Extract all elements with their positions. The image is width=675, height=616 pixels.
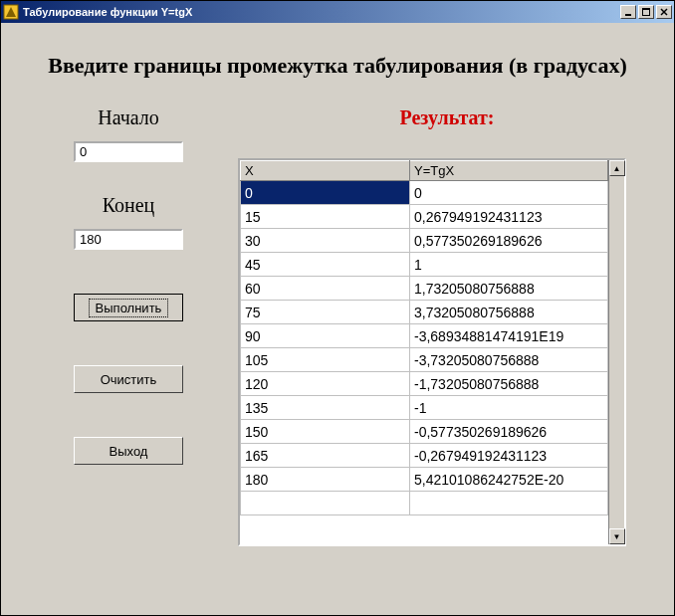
table-row[interactable]: 120-1,73205080756888: [241, 372, 608, 396]
cell-x[interactable]: 30: [241, 229, 410, 253]
table-row[interactable]: 451: [241, 253, 608, 277]
cell-y[interactable]: -3,68934881474191E19: [410, 324, 608, 348]
clear-button[interactable]: Очистить: [74, 365, 183, 393]
table-row[interactable]: 135-1: [241, 396, 608, 420]
cell-y[interactable]: 3,73205080756888: [410, 301, 608, 324]
execute-button[interactable]: Выполнить: [74, 294, 183, 321]
col-header-x[interactable]: X: [241, 161, 410, 181]
col-header-y[interactable]: Y=TgX: [410, 161, 608, 181]
cell-x[interactable]: 165: [241, 444, 410, 468]
table-row[interactable]: 150-0,577350269189626: [241, 420, 608, 444]
end-label: Конец: [19, 194, 238, 217]
cell-x[interactable]: 120: [241, 372, 410, 396]
cell-x[interactable]: 90: [241, 324, 410, 348]
cell-y[interactable]: -1,73205080756888: [410, 372, 608, 396]
cell-x[interactable]: 135: [241, 396, 410, 420]
titlebar: Табулирование функции Y=tgX: [1, 1, 674, 23]
cell-y[interactable]: 0,267949192431123: [410, 205, 608, 229]
left-panel: Начало Конец Выполнить Очистить Выход: [19, 106, 238, 465]
cell-y[interactable]: -1: [410, 396, 608, 420]
cell-x[interactable]: 75: [241, 301, 410, 324]
cell-y[interactable]: 0,577350269189626: [410, 229, 608, 253]
scroll-up-icon[interactable]: ▲: [609, 160, 625, 176]
cell-x[interactable]: 180: [241, 468, 410, 492]
close-button[interactable]: [656, 5, 672, 19]
end-input[interactable]: [74, 229, 183, 250]
table-row[interactable]: 90-3,68934881474191E19: [241, 324, 608, 348]
cell-y[interactable]: -3,73205080756888: [410, 348, 608, 372]
client-area: Введите границы промежутка табулирования…: [1, 23, 674, 485]
svg-rect-3: [642, 8, 650, 10]
cell-x[interactable]: 150: [241, 420, 410, 444]
table-row[interactable]: 300,577350269189626: [241, 229, 608, 253]
result-grid[interactable]: X Y=TgX 00150,267949192431123300,5773502…: [238, 158, 626, 546]
cell-x[interactable]: 60: [241, 277, 410, 301]
svg-rect-1: [625, 14, 631, 16]
table-row[interactable]: 165-0,267949192431123: [241, 444, 608, 468]
table-row[interactable]: 601,73205080756888: [241, 277, 608, 301]
window-title: Табулирование функции Y=tgX: [23, 6, 620, 18]
cell-y[interactable]: -0,267949192431123: [410, 444, 608, 468]
cell-y[interactable]: 0: [410, 181, 608, 205]
result-table: X Y=TgX 00150,267949192431123300,5773502…: [240, 160, 608, 515]
table-row[interactable]: 105-3,73205080756888: [241, 348, 608, 372]
start-input[interactable]: [74, 141, 183, 162]
table-row[interactable]: 00: [241, 181, 608, 205]
vertical-scrollbar[interactable]: ▲ ▼: [608, 160, 624, 544]
cell-x[interactable]: 0: [241, 181, 410, 205]
exit-button[interactable]: Выход: [74, 437, 183, 465]
table-row[interactable]: 1805,42101086242752E-20: [241, 468, 608, 492]
page-heading: Введите границы промежутка табулирования…: [19, 53, 656, 79]
result-label: Результат:: [238, 106, 656, 129]
window-buttons: [620, 5, 672, 19]
right-panel: Результат: X Y=TgX: [238, 106, 656, 465]
minimize-button[interactable]: [620, 5, 636, 19]
cell-x[interactable]: 105: [241, 348, 410, 372]
app-icon: [3, 4, 19, 20]
cell-x[interactable]: 15: [241, 205, 410, 229]
app-window: Табулирование функции Y=tgX Введите гран…: [0, 0, 675, 616]
scroll-down-icon[interactable]: ▼: [609, 528, 625, 544]
cell-y[interactable]: 1,73205080756888: [410, 277, 608, 301]
table-row[interactable]: 753,73205080756888: [241, 301, 608, 324]
cell-y[interactable]: 1: [410, 253, 608, 277]
execute-button-label: Выполнить: [89, 299, 169, 317]
cell-x[interactable]: 45: [241, 253, 410, 277]
start-label: Начало: [19, 106, 238, 129]
maximize-button[interactable]: [638, 5, 654, 19]
table-row: [241, 492, 608, 515]
cell-y[interactable]: -0,577350269189626: [410, 420, 608, 444]
table-row[interactable]: 150,267949192431123: [241, 205, 608, 229]
cell-y[interactable]: 5,42101086242752E-20: [410, 468, 608, 492]
